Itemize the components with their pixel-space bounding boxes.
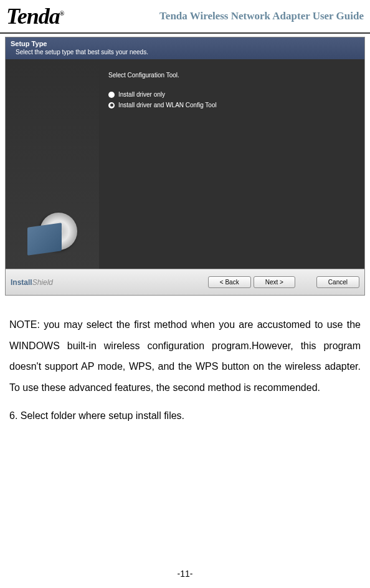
logo-text: Tenda: [6, 4, 60, 29]
cd-case-icon: [27, 223, 62, 256]
next-button[interactable]: Next >: [254, 276, 295, 288]
radio-option-driver-wlan[interactable]: Install driver and WLAN Config Tool: [108, 102, 355, 108]
cancel-button[interactable]: Cancel: [316, 276, 359, 288]
back-button[interactable]: < Back: [208, 276, 251, 288]
page-header: Tenda® Tenda Wireless Network Adapter Us…: [0, 0, 370, 34]
installer-title: Setup Type: [11, 40, 359, 47]
installer-footer: InstallShield < Back Next > Cancel: [6, 269, 364, 295]
config-label: Select Configuration Tool.: [108, 72, 355, 79]
radio-label-2: Install driver and WLAN Config Tool: [118, 102, 217, 108]
note-paragraph: NOTE: you may select the first method wh…: [0, 299, 370, 404]
radio-icon: [108, 92, 115, 98]
installer-body: Select Configuration Tool. Install drive…: [6, 59, 364, 269]
installer-right-panel: Select Configuration Tool. Install drive…: [99, 59, 364, 269]
brand-light: Shield: [32, 278, 53, 287]
radio-option-driver-only[interactable]: Install driver only: [108, 91, 355, 98]
radio-label-1: Install driver only: [118, 91, 165, 98]
installer-subtitle: Select the setup type that best suits yo…: [11, 47, 359, 55]
cd-graphic-icon: [27, 213, 77, 250]
radio-icon-selected: [108, 102, 115, 108]
footer-buttons: < Back Next > Cancel: [208, 276, 359, 288]
installer-header: Setup Type Select the setup type that be…: [6, 37, 364, 59]
step-text: 6. Select folder where setup install fil…: [0, 404, 370, 428]
installer-window: Setup Type Select the setup type that be…: [5, 37, 365, 296]
page-number: -11-: [178, 569, 193, 579]
header-title: Tenda Wireless Network Adapter User Guid…: [159, 10, 364, 22]
logo-registered: ®: [60, 10, 64, 17]
installer-left-panel: [6, 59, 99, 269]
tenda-logo: Tenda®: [6, 3, 69, 29]
brand-bold: Install: [11, 278, 32, 287]
installshield-brand: InstallShield: [11, 278, 53, 287]
